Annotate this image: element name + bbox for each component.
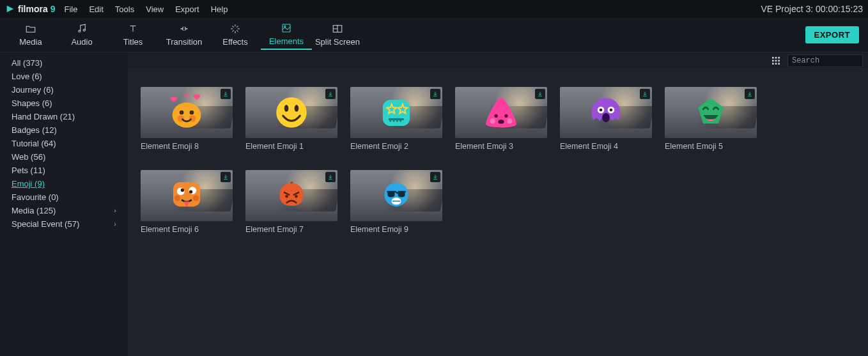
download-icon[interactable] xyxy=(221,89,231,99)
element-label: Element Emoji 8 xyxy=(141,142,233,151)
menu-items: File Edit Tools View Export Help xyxy=(64,4,228,14)
element-thumbnail xyxy=(455,87,547,138)
download-icon[interactable] xyxy=(325,89,336,99)
sidebar-item-emoji[interactable]: Emoji (9) xyxy=(0,177,128,190)
download-icon[interactable] xyxy=(535,89,545,99)
project-label: VE Project 3: xyxy=(761,4,813,14)
svg-rect-13 xyxy=(778,63,780,65)
svg-rect-10 xyxy=(778,59,780,61)
element-thumbnail xyxy=(141,87,233,138)
chevron-right-icon: › xyxy=(114,205,116,216)
menu-file[interactable]: File xyxy=(64,4,77,14)
titles-icon xyxy=(127,23,139,35)
element-label: Element Emoji 7 xyxy=(245,225,337,234)
svg-point-20 xyxy=(276,97,307,128)
svg-point-40 xyxy=(193,195,199,201)
element-card[interactable]: Element Emoji 1 xyxy=(245,87,337,151)
emoji-triangle-pink-icon xyxy=(478,91,524,134)
search-box[interactable] xyxy=(787,54,863,67)
menu-edit[interactable]: Edit xyxy=(89,4,103,14)
tab-splitscreen[interactable]: Split Screen xyxy=(312,20,363,49)
tab-label: Titles xyxy=(123,37,143,47)
sidebar-item-journey[interactable]: Journey (6) xyxy=(0,83,128,97)
svg-point-33 xyxy=(602,113,610,123)
sidebar-item-tutorial[interactable]: Tutorial (64) xyxy=(0,137,128,150)
tab-label: Elements xyxy=(269,36,304,46)
tab-titles[interactable]: Titles xyxy=(107,20,159,49)
tab-effects[interactable]: Effects xyxy=(210,20,261,49)
sidebar-item-label: Journey (6) xyxy=(12,84,54,95)
element-card[interactable]: Element Emoji 5 xyxy=(665,87,757,151)
element-label: Element Emoji 6 xyxy=(141,225,233,234)
download-icon[interactable] xyxy=(640,89,650,99)
download-icon[interactable] xyxy=(430,89,440,99)
element-label: Element Emoji 2 xyxy=(350,142,442,151)
svg-point-24 xyxy=(494,114,497,118)
emoji-smile-yellow-icon xyxy=(270,91,313,134)
download-icon[interactable] xyxy=(325,172,336,182)
menu-export[interactable]: Export xyxy=(175,4,199,14)
grid-view-icon[interactable] xyxy=(771,56,781,66)
element-card[interactable]: Element Emoji 6 xyxy=(141,170,233,234)
tab-elements[interactable]: Elements xyxy=(261,20,312,50)
sidebar-item-label: All (373) xyxy=(12,58,42,68)
effects-icon xyxy=(229,23,241,35)
app-version: 9 xyxy=(50,4,56,14)
tab-audio[interactable]: Audio xyxy=(56,20,107,49)
content-panel: Element Emoji 8 Element Emoji 1 xyxy=(128,52,868,356)
sidebar-item-label: Hand Drawn (21) xyxy=(12,111,75,122)
export-button[interactable]: EXPORT xyxy=(805,26,859,43)
main-area: All (373) Love (6) Journey (6) Shapes (6… xyxy=(0,52,868,356)
sidebar-item-label: Love (6) xyxy=(12,71,42,82)
search-input[interactable] xyxy=(792,56,868,65)
tab-label: Audio xyxy=(71,37,92,47)
sidebar-item-shapes[interactable]: Shapes (6) xyxy=(0,97,128,110)
element-card[interactable]: Element Emoji 7 xyxy=(245,170,337,234)
sidebar-item-label: Special Event (57) xyxy=(12,219,79,229)
sidebar-item-specialevent[interactable]: Special Event (57)› xyxy=(0,217,128,231)
element-card[interactable]: Element Emoji 2 xyxy=(350,87,442,151)
svg-point-0 xyxy=(79,30,81,32)
music-icon xyxy=(76,23,88,35)
app-logo: filmora9 xyxy=(5,4,55,14)
sidebar-item-label: Badges (12) xyxy=(12,125,57,135)
element-card[interactable]: Element Emoji 8 xyxy=(141,87,233,151)
sidebar-item-web[interactable]: Web (56) xyxy=(0,150,128,164)
sidebar-item-handdrawn[interactable]: Hand Drawn (21) xyxy=(0,110,128,123)
menu-help[interactable]: Help xyxy=(211,4,228,14)
splitscreen-icon xyxy=(332,23,343,35)
sidebar-item-badges[interactable]: Badges (12) xyxy=(0,123,128,137)
category-sidebar: All (373) Love (6) Journey (6) Shapes (6… xyxy=(0,52,128,356)
element-thumbnail xyxy=(350,87,442,138)
svg-point-37 xyxy=(181,189,184,192)
sidebar-item-love[interactable]: Love (6) xyxy=(0,70,128,83)
svg-point-39 xyxy=(174,195,180,201)
sidebar-item-media[interactable]: Media (125)› xyxy=(0,204,128,217)
sidebar-item-label: Pets (11) xyxy=(12,165,45,176)
svg-rect-5 xyxy=(772,57,774,59)
element-thumbnail xyxy=(141,170,233,221)
menu-bar: filmora9 File Edit Tools View Export Hel… xyxy=(0,0,868,18)
svg-point-22 xyxy=(295,105,299,112)
element-card[interactable]: Element Emoji 3 xyxy=(455,87,547,151)
svg-rect-7 xyxy=(778,57,780,59)
tab-media[interactable]: Media xyxy=(5,20,56,49)
svg-point-26 xyxy=(490,118,495,123)
sidebar-item-label: Tutorial (64) xyxy=(12,138,56,149)
sidebar-item-favourite[interactable]: Favourite (0) xyxy=(0,190,128,204)
tab-transition[interactable]: Transition xyxy=(159,20,210,49)
sidebar-item-label: Shapes (6) xyxy=(12,98,52,109)
download-icon[interactable] xyxy=(221,172,231,182)
sidebar-item-all[interactable]: All (373) xyxy=(0,56,128,70)
menu-tools[interactable]: Tools xyxy=(115,4,134,14)
element-card[interactable]: Element Emoji 9 xyxy=(350,170,442,234)
download-icon[interactable] xyxy=(745,89,755,99)
download-icon[interactable] xyxy=(430,172,440,182)
sidebar-item-pets[interactable]: Pets (11) xyxy=(0,164,128,177)
emoji-love-orange-icon xyxy=(164,91,209,134)
menu-view[interactable]: View xyxy=(146,4,164,14)
project-info: VE Project 3: 00:00:15:23 xyxy=(761,4,863,14)
svg-point-31 xyxy=(600,109,603,112)
element-card[interactable]: Element Emoji 4 xyxy=(560,87,652,151)
element-thumbnail xyxy=(665,87,757,138)
